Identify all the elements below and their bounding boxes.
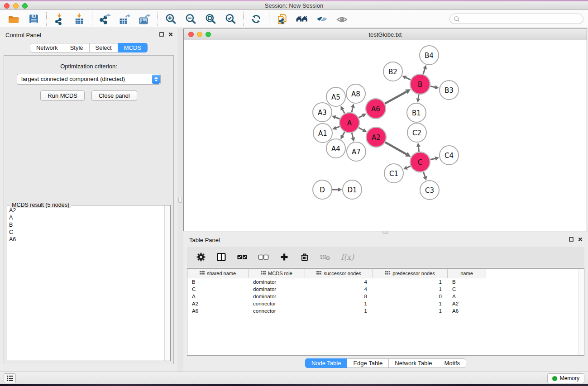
column-header-MCDS-role[interactable]: MCDS role — [249, 269, 305, 278]
graph-node-B4[interactable]: B4 — [420, 46, 439, 65]
graph-edge-B-B1[interactable] — [418, 95, 419, 99]
graph-node-A8[interactable]: A8 — [346, 84, 365, 103]
graph-node-A5[interactable]: A5 — [326, 87, 345, 106]
table-row[interactable]: Adominator80A — [187, 293, 584, 300]
graph-edge-A-A4[interactable] — [343, 132, 345, 136]
export-table-button[interactable] — [117, 12, 133, 26]
tab-network[interactable]: Network — [30, 43, 64, 52]
show-view-button[interactable] — [334, 12, 350, 26]
table-settings-button[interactable] — [196, 252, 206, 262]
open-session-button[interactable] — [5, 12, 22, 26]
select-all-button[interactable] — [236, 252, 248, 262]
network-window-titlebar[interactable]: testGlobe.txt — [184, 29, 587, 40]
graph-edge-B-B3[interactable] — [430, 86, 435, 87]
column-header-predecessor-nodes[interactable]: predecessor nodes — [373, 269, 448, 278]
minimize-window-button[interactable] — [13, 3, 19, 9]
graph-node-B2[interactable]: B2 — [383, 62, 402, 81]
graph-node-C[interactable]: C — [410, 152, 430, 172]
tab-network-table[interactable]: Network Table — [388, 358, 438, 368]
graph-node-C4[interactable]: C4 — [440, 146, 459, 165]
float-panel-icon[interactable] — [159, 32, 164, 37]
graph-edge-A6-B[interactable] — [385, 92, 406, 104]
graph-node-D[interactable]: D — [313, 180, 332, 199]
import-network-button[interactable] — [51, 12, 67, 26]
column-header-name[interactable]: name — [448, 269, 486, 278]
table-row[interactable]: A6connector11A6 — [187, 307, 584, 315]
graph-edge-A-A6[interactable] — [359, 115, 363, 118]
close-panel-icon[interactable] — [578, 237, 583, 242]
graph-edge-A-A7[interactable] — [352, 133, 353, 138]
table-row[interactable]: Bdominator41B — [187, 278, 584, 286]
mcds-result-item[interactable]: B — [9, 221, 163, 229]
graph-edge-A-A8[interactable] — [352, 108, 353, 113]
hide-panels-button[interactable] — [314, 12, 330, 26]
close-panel-button[interactable]: Close panel — [91, 91, 137, 101]
graph-node-C1[interactable]: C1 — [384, 164, 403, 183]
graph-edge-C-C1[interactable] — [407, 166, 411, 167]
show-columns-button[interactable] — [216, 252, 227, 262]
column-header-shared-name[interactable]: shared name — [187, 269, 249, 278]
minimize-view-button[interactable] — [197, 32, 202, 37]
add-column-button[interactable] — [279, 252, 290, 262]
graph-node-A[interactable]: A — [339, 113, 359, 133]
graph-edge-B-B2[interactable] — [406, 77, 411, 80]
function-builder-button[interactable]: f(x) — [341, 253, 354, 262]
graph-edge-A2-C[interactable] — [385, 142, 406, 154]
save-session-button[interactable] — [25, 12, 42, 26]
graph-edge-A-A1[interactable] — [336, 126, 339, 128]
mcds-result-item[interactable]: C — [9, 229, 163, 236]
graph-node-B3[interactable]: B3 — [440, 81, 459, 100]
zoom-view-button[interactable] — [206, 32, 211, 37]
task-history-button[interactable] — [4, 373, 16, 383]
float-panel-icon[interactable] — [569, 237, 574, 242]
graph-edge-A-A5[interactable] — [343, 110, 345, 114]
deselect-all-button[interactable] — [258, 252, 269, 262]
close-view-button[interactable] — [188, 32, 194, 37]
search-input[interactable] — [460, 15, 583, 23]
table-row[interactable]: A2connector11A2 — [187, 300, 584, 307]
run-mcds-button[interactable]: Run MCDS — [40, 91, 85, 101]
graph-node-B[interactable]: B — [410, 74, 430, 94]
mcds-result-item[interactable]: A6 — [9, 236, 163, 243]
graph-edge-C-C2[interactable] — [418, 147, 419, 152]
delete-column-button[interactable] — [299, 252, 310, 262]
divider-grip[interactable] — [178, 197, 182, 203]
zoom-fit-button[interactable] — [202, 12, 219, 26]
tab-select[interactable]: Select — [89, 43, 118, 52]
table-row[interactable]: Cdominator41C — [187, 286, 584, 293]
panel-divider[interactable] — [177, 28, 183, 372]
mcds-result-item[interactable]: A2 — [9, 207, 163, 214]
graph-node-D1[interactable]: D1 — [343, 180, 362, 199]
graph-node-C3[interactable]: C3 — [420, 181, 439, 200]
graph-node-A1[interactable]: A1 — [313, 124, 332, 143]
zoom-selected-button[interactable] — [222, 12, 239, 26]
table-scrollbar[interactable] — [578, 269, 584, 355]
mcds-result-item[interactable]: A — [9, 214, 163, 221]
import-table-button[interactable] — [71, 12, 87, 26]
network-canvas[interactable]: AA1A2A3A4A5A6A7A8BB1B2B3B4CC1C2C3C4DD1 — [184, 41, 587, 231]
tab-style[interactable]: Style — [64, 43, 90, 52]
graph-node-B1[interactable]: B1 — [407, 103, 426, 122]
graph-node-A7[interactable]: A7 — [347, 142, 366, 161]
graph-node-C2[interactable]: C2 — [407, 123, 426, 142]
export-image-button[interactable] — [137, 12, 153, 26]
result-scrollbar[interactable] — [164, 205, 170, 361]
delete-table-button[interactable] — [320, 252, 331, 262]
graph-edge-C-C4[interactable] — [430, 158, 435, 160]
tab-motifs[interactable]: Motifs — [438, 358, 466, 368]
zoom-out-button[interactable] — [182, 12, 199, 26]
graph-node-A3[interactable]: A3 — [313, 103, 332, 122]
memory-button[interactable]: Memory — [547, 373, 584, 383]
graph-node-A6[interactable]: A6 — [366, 99, 386, 119]
close-window-button[interactable] — [4, 3, 10, 9]
graph-edge-A-A2[interactable] — [359, 128, 363, 130]
tab-edge-table[interactable]: Edge Table — [347, 358, 389, 368]
zoom-window-button[interactable] — [22, 3, 28, 9]
column-header-successor-nodes[interactable]: successor nodes — [305, 269, 373, 278]
graph-edge-B-B4[interactable] — [423, 69, 425, 74]
zoom-in-button[interactable] — [163, 12, 179, 26]
export-network-button[interactable] — [97, 12, 113, 26]
tab-mcds[interactable]: MCDS — [118, 43, 148, 52]
graph-edge-A-A3[interactable] — [335, 117, 339, 119]
tab-node-table[interactable]: Node Table — [305, 358, 348, 368]
